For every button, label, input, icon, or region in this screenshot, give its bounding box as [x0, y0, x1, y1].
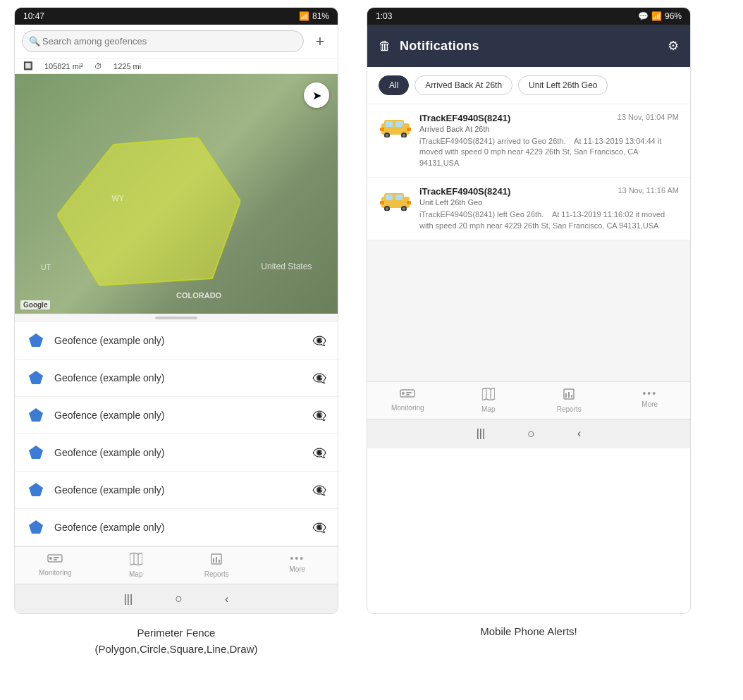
map-label-us: United States	[261, 262, 312, 271]
nav-monitoring-right[interactable]: Monitoring	[367, 382, 448, 419]
svg-marker-5	[29, 483, 43, 496]
geofence-icon-4	[26, 443, 46, 462]
svg-rect-9	[54, 557, 59, 558]
android-back-left[interactable]: ‹	[225, 593, 228, 606]
caption-left: Perimeter Fence(Polygon,Circle,Square,Li…	[14, 625, 338, 657]
svg-marker-0	[57, 137, 240, 285]
nav-monitoring-label-right: Monitoring	[391, 404, 424, 412]
more-icon-right: •••	[642, 388, 657, 399]
nav-reports-right[interactable]: Reports	[529, 382, 610, 419]
geofence-name-6: Geofence (example only)	[54, 522, 304, 533]
filter-tab-all[interactable]: All	[379, 75, 409, 95]
filter-tab-unit-left[interactable]: Unit Left 26th Geo	[518, 75, 608, 95]
geofence-icon-1	[26, 331, 46, 350]
monitoring-icon	[47, 553, 63, 567]
geofence-name-5: Geofence (example only)	[54, 484, 304, 496]
list-item[interactable]: Geofence (example only) 👁‍🗨	[15, 360, 338, 397]
caption-left-text: Perimeter Fence(Polygon,Circle,Square,Li…	[95, 627, 258, 655]
map-stats-bar: 🔲 105821 mi² ⏱ 1225 mi	[15, 59, 338, 74]
event-type-2: Unit Left 26th Geo	[419, 198, 679, 207]
eye-slash-icon-2: 👁‍🗨	[312, 372, 326, 385]
status-bar-right: 1:03 💬 📶 96%	[367, 8, 690, 25]
notif-description-1: iTrackEF4940S(8241) arrived to Geo 26th.…	[419, 136, 679, 168]
search-wrapper: 🔍	[22, 30, 304, 52]
map-label-ut: UT	[41, 263, 51, 271]
search-input[interactable]	[22, 30, 304, 52]
notification-item-1[interactable]: iTrackEF4940S(8241) 13 Nov, 01:04 PM Arr…	[367, 104, 690, 178]
svg-rect-36	[380, 201, 384, 204]
list-item[interactable]: Geofence (example only) 👁‍🗨	[15, 397, 338, 434]
geofence-name-2: Geofence (example only)	[54, 372, 304, 383]
filter-tabs: All Arrived Back At 26th Unit Left 26th …	[367, 67, 690, 104]
svg-rect-21	[395, 121, 403, 127]
time-right: 1:03	[376, 11, 392, 21]
android-back-right[interactable]: ‹	[577, 427, 581, 440]
notif-description-2: iTrackEF4940S(8241) left Geo 26th. At 11…	[419, 209, 679, 231]
svg-marker-6	[29, 520, 43, 534]
nav-reports-label-right: Reports	[557, 405, 582, 413]
search-icon: 🔍	[29, 36, 40, 47]
notifications-title: Notifications	[400, 39, 659, 54]
svg-marker-42	[482, 388, 495, 400]
geofence-name-3: Geofence (example only)	[54, 410, 304, 421]
geofence-icon-2	[26, 368, 46, 388]
bottom-nav-left: Monitoring Map Reports ••• More	[15, 546, 338, 584]
svg-rect-30	[386, 195, 393, 200]
empty-content-area	[367, 240, 690, 381]
nav-more-left[interactable]: ••• More	[257, 547, 338, 584]
notif-time-2: 13 Nov, 11:16 AM	[618, 186, 679, 195]
android-recent-left[interactable]: |||	[124, 593, 133, 606]
android-nav-left: ||| ○ ‹	[15, 584, 338, 613]
delete-icon[interactable]: 🗑	[379, 39, 391, 54]
notification-item-2[interactable]: iTrackEF4940S(8241) 13 Nov, 11:16 AM Uni…	[367, 178, 690, 240]
svg-rect-40	[406, 392, 412, 393]
svg-marker-2	[29, 371, 43, 384]
notif-top-row-1: iTrackEF4940S(8241) 13 Nov, 01:04 PM	[419, 113, 679, 123]
android-recent-right[interactable]: |||	[477, 427, 485, 440]
eye-slash-icon-1: 👁‍🗨	[312, 334, 326, 348]
device-name-1: iTrackEF4940S(8241)	[419, 113, 510, 123]
eye-slash-icon-5: 👁‍🗨	[312, 484, 326, 497]
geofence-icon-6	[26, 517, 46, 537]
map-icon-left	[130, 553, 142, 569]
list-item[interactable]: Geofence (example only) 👁‍🗨	[15, 322, 338, 360]
device-name-2: iTrackEF4940S(8241)	[419, 186, 510, 197]
nav-map-left[interactable]: Map	[96, 547, 177, 584]
list-item[interactable]: Geofence (example only) 👁‍🗨	[15, 434, 338, 472]
chat-icon: 💬	[638, 11, 649, 21]
svg-marker-4	[29, 446, 43, 459]
compass-button[interactable]: ➤	[304, 82, 329, 108]
notification-list: iTrackEF4940S(8241) 13 Nov, 01:04 PM Arr…	[367, 104, 690, 240]
filter-tab-arrived[interactable]: Arrived Back At 26th	[415, 75, 512, 95]
settings-icon[interactable]: ⚙	[668, 38, 679, 54]
nav-map-right[interactable]: Map	[448, 382, 529, 419]
nav-reports-label-left: Reports	[204, 570, 229, 578]
svg-point-39	[402, 392, 405, 395]
nav-monitoring-left[interactable]: Monitoring	[15, 547, 96, 584]
android-home-right[interactable]: ○	[527, 426, 535, 441]
car-avatar-1	[379, 114, 412, 140]
nav-monitoring-label-left: Monitoring	[39, 569, 72, 577]
svg-rect-41	[406, 394, 410, 395]
list-item[interactable]: Geofence (example only) 👁‍🗨	[15, 509, 338, 546]
left-phone: 10:47 📶 81% 🔍 + 🔲 105821 mi² ⏱ 1225 mi	[14, 7, 338, 614]
battery-right: 96%	[665, 11, 682, 21]
list-item[interactable]: Geofence (example only) 👁‍🗨	[15, 472, 338, 509]
event-type-1: Arrived Back At 26th	[419, 125, 679, 133]
nav-reports-left[interactable]: Reports	[176, 547, 257, 584]
add-geofence-button[interactable]: +	[309, 31, 331, 52]
map-label-wy: WY	[111, 194, 124, 202]
wifi-icon: 📶	[299, 11, 309, 21]
android-home-left[interactable]: ○	[175, 591, 183, 606]
distance-icon: ⏱	[94, 62, 102, 70]
notif-content-2: iTrackEF4940S(8241) 13 Nov, 11:16 AM Uni…	[419, 186, 679, 231]
notif-time-1: 13 Nov, 01:04 PM	[618, 113, 679, 121]
geofence-list: Geofence (example only) 👁‍🗨 Geofence (ex…	[15, 322, 338, 546]
eye-slash-icon-3: 👁‍🗨	[312, 409, 326, 422]
geofence-name-1: Geofence (example only)	[54, 335, 304, 346]
captions-row: Perimeter Fence(Polygon,Circle,Square,Li…	[0, 625, 743, 657]
android-nav-right: ||| ○ ‹	[367, 419, 690, 448]
bottom-nav-right: Monitoring Map Reports ••• More	[367, 381, 690, 419]
nav-map-label-right: Map	[481, 405, 495, 413]
nav-more-right[interactable]: ••• More	[610, 382, 691, 419]
